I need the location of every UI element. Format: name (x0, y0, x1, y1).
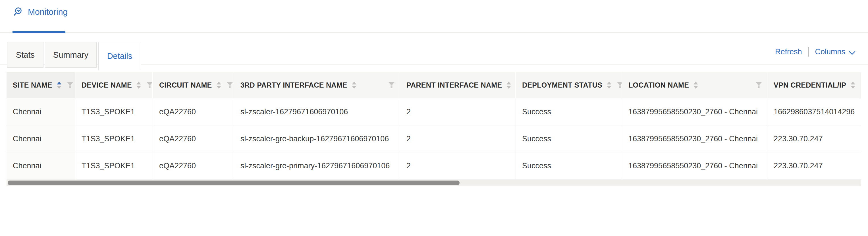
cell: eQA22760 (153, 98, 234, 125)
table-body: ChennaiT1S3_SPOKE1eQA22760sl-zscaler-162… (6, 98, 861, 179)
columns-label: Columns (815, 48, 845, 56)
refresh-button[interactable]: Refresh (775, 48, 802, 56)
cell: T1S3_SPOKE1 (75, 98, 153, 125)
cell: 223.30.70.247 (767, 152, 861, 179)
column-header-deployment-status[interactable]: DEPLOYMENT STATUS (516, 72, 622, 98)
sort-icon[interactable] (352, 82, 356, 89)
cell: 16387995658550230_2760 - Chennai (622, 152, 767, 179)
tab-label: Details (107, 52, 132, 61)
tab-stats[interactable]: Stats (7, 42, 43, 68)
sort-icon[interactable] (217, 82, 221, 89)
column-label: SITE NAME (13, 81, 52, 89)
sort-icon[interactable] (57, 82, 61, 89)
table-row: ChennaiT1S3_SPOKE1eQA22760sl-zscaler-162… (6, 98, 861, 125)
filter-icon[interactable] (388, 82, 395, 89)
cell: 16387995658550230_2760 - Chennai (622, 125, 767, 152)
cell: 2 (400, 98, 516, 125)
cell: T1S3_SPOKE1 (75, 125, 153, 152)
cell: sl-zscaler-gre-backup-16279671606970106 (234, 125, 400, 152)
cell: T1S3_SPOKE1 (75, 152, 153, 179)
filter-icon[interactable] (226, 82, 234, 89)
column-header-site-name[interactable]: SITE NAME (6, 72, 75, 98)
column-header-circuit-name[interactable]: CIRCUIT NAME (153, 72, 234, 98)
tab-label: Summary (53, 50, 88, 60)
column-header-3rd-party-interface-name[interactable]: 3RD PARTY INTERFACE NAME (234, 72, 400, 98)
cell: eQA22760 (153, 125, 234, 152)
table-row: ChennaiT1S3_SPOKE1eQA22760sl-zscaler-gre… (6, 125, 861, 152)
tab-summary[interactable]: Summary (45, 42, 97, 68)
top-nav: Monitoring (0, 0, 868, 33)
nav-divider (0, 32, 868, 33)
column-label: PARENT INTERFACE NAME (406, 81, 502, 89)
chevron-down-icon (849, 48, 856, 57)
refresh-label: Refresh (775, 48, 802, 56)
nav-item-monitoring[interactable]: Monitoring (13, 7, 68, 17)
table-row: ChennaiT1S3_SPOKE1eQA22760sl-zscaler-gre… (6, 152, 861, 179)
cell: 16387995658550230_2760 - Chennai (622, 98, 767, 125)
column-header-parent-interface-name[interactable]: PARENT INTERFACE NAME (400, 72, 516, 98)
filter-icon[interactable] (755, 82, 762, 89)
cell: Chennai (6, 152, 75, 179)
cell: 2 (400, 125, 516, 152)
cell: 1662986037514014296 (767, 98, 861, 125)
cell: 223.30.70.247 (767, 125, 861, 152)
sort-icon[interactable] (607, 82, 611, 89)
horizontal-scrollbar-thumb[interactable] (8, 181, 460, 185)
filter-icon[interactable] (146, 82, 153, 89)
column-label: LOCATION NAME (628, 81, 689, 89)
cell: Chennai (6, 125, 75, 152)
sort-icon[interactable] (693, 82, 698, 89)
sort-icon[interactable] (851, 82, 855, 89)
filter-icon[interactable] (617, 82, 622, 89)
sort-icon[interactable] (136, 82, 141, 89)
sort-icon[interactable] (506, 82, 511, 89)
filter-icon[interactable] (66, 82, 73, 89)
tab-details[interactable]: Details (98, 42, 141, 70)
active-nav-underline (12, 31, 65, 33)
column-label: DEPLOYMENT STATUS (522, 81, 602, 89)
horizontal-scrollbar-track[interactable] (6, 179, 861, 186)
details-table: SITE NAMEDEVICE NAMECIRCUIT NAME3RD PART… (6, 72, 861, 179)
cell: Chennai (6, 98, 75, 125)
column-label: CIRCUIT NAME (159, 81, 212, 89)
tab-label: Stats (16, 50, 35, 60)
nav-item-label: Monitoring (28, 7, 68, 17)
column-header-vpn-credential-ip[interactable]: VPN CREDENTIAL/IP (767, 72, 861, 98)
table-toolbar: Refresh Columns (775, 46, 856, 58)
column-label: VPN CREDENTIAL/IP (774, 81, 846, 89)
monitoring-page: Monitoring Stats Summary Details Refresh… (0, 0, 868, 236)
cell: 2 (400, 152, 516, 179)
cell: eQA22760 (153, 152, 234, 179)
column-header-device-name[interactable]: DEVICE NAME (75, 72, 153, 98)
cell: Success (516, 98, 622, 125)
cell: sl-zscaler-16279671606970106 (234, 98, 400, 125)
cell: sl-zscaler-gre-primary-16279671606970106 (234, 152, 400, 179)
column-label: DEVICE NAME (82, 81, 132, 89)
cell: Success (516, 152, 622, 179)
toolbar-divider (808, 47, 809, 57)
monitoring-search-icon (13, 7, 23, 17)
column-header-location-name[interactable]: LOCATION NAME (622, 72, 767, 98)
cell: Success (516, 125, 622, 152)
table-header-row: SITE NAMEDEVICE NAMECIRCUIT NAME3RD PART… (6, 72, 861, 98)
column-label: 3RD PARTY INTERFACE NAME (241, 81, 347, 89)
columns-dropdown-button[interactable]: Columns (815, 47, 856, 57)
